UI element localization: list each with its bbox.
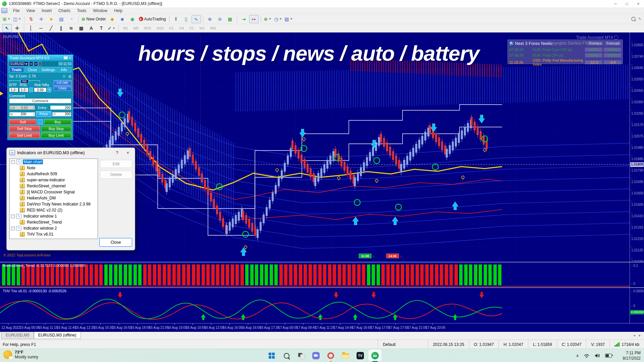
- tab-trade[interactable]: Trade: [9, 67, 24, 72]
- timeframe-w1[interactable]: W1: [197, 25, 208, 31]
- indicator-row-main-chart[interactable]: −∿Main chart: [10, 159, 98, 165]
- taskbar-app-chat[interactable]: [309, 349, 323, 362]
- menu-view[interactable]: View: [23, 8, 38, 14]
- indicator-row--i-macd-crossover-signal[interactable]: ƒ[i] MACD Crossover Signal: [10, 189, 98, 195]
- lot-calc-button[interactable]: Lot calc: [54, 80, 71, 85]
- indicators-tree[interactable]: −∿Main chartƒNoteƒAutoRefresh 509ƒsuper-…: [9, 159, 98, 239]
- candles-chart-button[interactable]: ▯: [181, 15, 191, 23]
- menu-charts[interactable]: Charts: [55, 8, 73, 14]
- indicator-row-thv-trix-v6-01[interactable]: ƒTHV Trix v6.01: [10, 231, 98, 237]
- zoom-out-button[interactable]: ⊖: [215, 15, 225, 23]
- tabs-scroll-left[interactable]: ◂: [633, 333, 635, 337]
- indicators-dialog[interactable]: ∿ Indicators on EURUSD,M3 (offline) ? × …: [6, 147, 135, 250]
- timeframe-m15[interactable]: M15: [141, 25, 154, 31]
- terminal-button[interactable]: ▤: [57, 15, 66, 23]
- menu-tools[interactable]: Tools: [74, 8, 90, 14]
- lot-spinner[interactable]: [33, 106, 34, 109]
- metaeditor-button[interactable]: ◆: [108, 15, 117, 23]
- timeframe-m5[interactable]: M5: [131, 25, 141, 31]
- chart-shift-button[interactable]: ↦: [249, 15, 259, 23]
- risk-minus-button[interactable]: -: [29, 87, 33, 92]
- zoom-in-button[interactable]: ⊕: [205, 15, 215, 23]
- menu-window[interactable]: Window: [90, 8, 111, 14]
- indicator-row-super-arrow-indicator[interactable]: ƒsuper-arrow-indicator: [10, 177, 98, 183]
- tab-close[interactable]: Close: [25, 67, 40, 72]
- menu-file[interactable]: File: [10, 8, 22, 14]
- horizontal-line-button[interactable]: ─: [36, 24, 46, 32]
- folder-button[interactable]: [39, 61, 41, 66]
- battery-icon[interactable]: [605, 354, 612, 358]
- timeframe-h4[interactable]: H4: [176, 25, 186, 31]
- symbol-dropdown[interactable]: EURUSD ▾: [9, 61, 29, 66]
- sell-stop-button[interactable]: Sell Stop: [9, 126, 40, 131]
- indicators-list-button[interactable]: ⊕▼: [263, 15, 273, 23]
- taskbar-app-start[interactable]: [264, 349, 279, 362]
- dialog-help-button[interactable]: ?: [113, 150, 121, 155]
- signals-button[interactable]: ◉: [128, 15, 137, 23]
- bell-icon[interactable]: ◍: [68, 74, 71, 78]
- templates-button[interactable]: ▨▼: [283, 15, 293, 23]
- indicator-row-indicator-window-2[interactable]: −∿Indicator window 2: [10, 225, 98, 231]
- tree-expand-icon[interactable]: −: [11, 227, 15, 230]
- timeframe-mn[interactable]: MN: [208, 25, 219, 31]
- indicator-row-davinci-truly-news-indicator-2-3-98[interactable]: ƒDaVinci Truly News Indicator 2.3.98: [10, 201, 98, 207]
- buy-limit-button[interactable]: Buy Limit: [41, 132, 72, 138]
- periods-button[interactable]: ◷▼: [273, 15, 283, 23]
- close-button[interactable]: ×: [633, 0, 644, 7]
- tile-windows-button[interactable]: ▦: [225, 15, 235, 23]
- chart-canvas[interactable]: 11:00▷14:30▷ EURUSD hours / stops / news…: [0, 33, 644, 262]
- strategy-tester-button[interactable]: ◔: [67, 15, 76, 23]
- timeframe-d1[interactable]: D1: [186, 25, 197, 31]
- menu-help[interactable]: Help: [111, 8, 125, 14]
- taskbar-app-tradingview[interactable]: TV: [353, 349, 368, 362]
- renko-trend-pane[interactable]: RenkoStreet_Trend -0.217137 0.000000 1.0…: [0, 262, 644, 287]
- arrows-tool-button[interactable]: ✓▼: [107, 24, 116, 32]
- wifi-icon[interactable]: [584, 353, 590, 358]
- buy-button[interactable]: Buy: [44, 119, 71, 125]
- sell-button[interactable]: Sell: [9, 119, 37, 125]
- tab-settings[interactable]: Settings: [41, 67, 56, 72]
- indicator-row-renkostreet-trend[interactable]: ƒRenkoStreet_Trend: [10, 219, 98, 225]
- tab-info[interactable]: Info: [56, 67, 71, 72]
- prev-symbol-button[interactable]: <: [29, 61, 33, 66]
- tray-overflow-icon[interactable]: ∧: [576, 353, 579, 358]
- text-label-button[interactable]: T: [97, 24, 106, 32]
- tabs-scroll-right[interactable]: ▸: [639, 333, 641, 337]
- lot-field[interactable]: Lot0.93: [9, 105, 35, 110]
- line-chart-button[interactable]: ∿: [192, 15, 201, 23]
- equidistant-channel-button[interactable]: ∥: [56, 24, 66, 32]
- minimize-button[interactable]: ─: [610, 0, 621, 7]
- rsl-spinner[interactable]: [26, 88, 28, 91]
- maximize-button[interactable]: □: [621, 0, 633, 7]
- quick-search-icon[interactable]: [631, 17, 636, 21]
- timeframe-h1[interactable]: H1: [166, 25, 176, 31]
- taskbar-app-search[interactable]: [279, 349, 294, 362]
- timeframe-m30[interactable]: M30: [154, 25, 166, 31]
- edit-button[interactable]: Edit: [100, 160, 132, 168]
- fibonacci-button[interactable]: ≋: [66, 24, 76, 32]
- expert-advisors-button[interactable]: ☻: [118, 15, 127, 23]
- indicator-row-heikenashi-dm[interactable]: ƒHeikenAshi_DM: [10, 195, 98, 201]
- menu-insert[interactable]: Insert: [39, 8, 55, 14]
- order-mode-toggle[interactable]: [38, 119, 43, 125]
- thv-trix-pane[interactable]: THV Trix v6.01 -0.0000130 -0.0002526 0.0…: [0, 287, 644, 323]
- trade-assistant-panel[interactable]: Trade Assistant MT4 9.5 × EURUSD ▾ < > 0…: [7, 55, 73, 140]
- comment-input[interactable]: Comment: [9, 98, 71, 104]
- cursor-button[interactable]: ↖: [2, 24, 12, 32]
- indicator-row-note[interactable]: ƒNote: [10, 165, 98, 171]
- indicator-row-indicator-window-1[interactable]: −∿Indicator window 1: [10, 213, 98, 219]
- text-button[interactable]: A: [87, 24, 96, 32]
- favorites-button[interactable]: ★: [47, 15, 56, 23]
- profiles-button[interactable]: ◫▼: [12, 15, 22, 23]
- rtp-spinner[interactable]: [16, 88, 17, 91]
- new-chart-button[interactable]: ⊞▼: [2, 15, 11, 23]
- rtp-field[interactable]: 1.0: [9, 87, 18, 92]
- next-symbol-button[interactable]: >: [34, 61, 38, 66]
- risk-field[interactable]: 2.00: [34, 87, 47, 92]
- crosshair-button[interactable]: ✛: [12, 24, 22, 32]
- sell-limit-button[interactable]: Sell Limit: [9, 132, 40, 138]
- dialog-close-icon[interactable]: ×: [123, 150, 132, 155]
- time-axis[interactable]: 12 Aug 202215 Aug 05:0515 Aug 11:1515 Au…: [0, 323, 644, 332]
- auto-scroll-button[interactable]: ⇥: [239, 15, 249, 23]
- taskbar-app-explorer[interactable]: [338, 349, 353, 362]
